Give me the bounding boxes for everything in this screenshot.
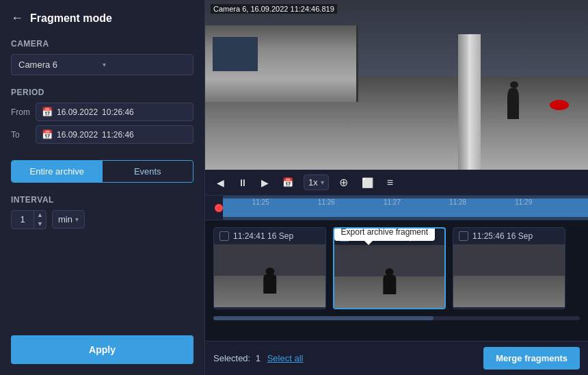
selection-info: Selected: 1 Select all (213, 353, 303, 363)
timeline-tick-3: 11:28 (449, 198, 466, 206)
timeline-segment (223, 198, 588, 217)
timeline-tick-2: 11:27 (384, 198, 401, 206)
from-label: From (11, 107, 30, 117)
speed-selector[interactable]: 1x ▾ (304, 174, 329, 190)
fragment-card-0[interactable]: 11:24:41 16 Sep (213, 227, 326, 309)
thumb-floor-2 (453, 276, 565, 307)
menu-button[interactable]: ≡ (384, 174, 397, 191)
camera-label: Camera (11, 39, 193, 49)
video-area: Camera 6, 16.09.2022 11:24:46.819 (205, 0, 588, 170)
person-silhouette (507, 88, 519, 119)
apply-button[interactable]: Apply (11, 335, 193, 364)
chevron-unit-icon: ▾ (75, 216, 79, 223)
header-row: ← Fragment mode (11, 11, 193, 25)
selected-label: Selected: (213, 353, 250, 363)
timeline-position-dot (215, 204, 223, 212)
timeline-bar[interactable]: 11:25 11:26 11:27 11:28 11:29 (205, 196, 588, 220)
fragments-scroll: 11:24:41 16 Sep Export archive fragment … (213, 227, 580, 313)
right-panel: Camera 6, 16.09.2022 11:24:46.819 ◀ ⏸ ▶ … (205, 0, 588, 375)
rewind-button[interactable]: ◀ (213, 175, 228, 190)
fragment-checkbox-0[interactable] (219, 231, 229, 241)
back-button[interactable]: ← (11, 11, 23, 25)
to-row: To 📅 16.09.2022 11:26:46 (11, 125, 193, 144)
subway-pillar (458, 34, 481, 170)
video-camera-label: Camera 6, 16.09.2022 11:24:46.819 (211, 4, 337, 14)
timeline-tick-4: 11:29 (515, 198, 532, 206)
fragment-time-0: 11:24:41 16 Sep (233, 231, 293, 241)
select-all-link[interactable]: Select all (267, 353, 304, 363)
camera-value: Camera 6 (18, 60, 103, 70)
pause-button[interactable]: ⏸ (235, 175, 251, 190)
fragment-checkbox-1[interactable]: ✓ (340, 232, 349, 242)
from-row: From 📅 16.09.2022 10:26:46 (11, 103, 193, 121)
spin-down-button[interactable]: ▼ (34, 220, 46, 229)
scrollbar-track[interactable] (213, 316, 580, 320)
fragments-area: 11:24:41 16 Sep Export archive fragment … (205, 220, 588, 341)
thumb-wall-2 (453, 244, 565, 279)
merge-fragments-button[interactable]: Merge fragments (483, 347, 580, 370)
left-panel: ← Fragment mode Camera Camera 6 ▾ Period… (0, 0, 205, 375)
chevron-down-icon: ▾ (103, 61, 187, 68)
fragment-header-0: 11:24:41 16 Sep (214, 228, 325, 244)
person-head (510, 81, 518, 88)
tab-events[interactable]: Events (103, 161, 193, 182)
to-date: 16.09.2022 (57, 130, 98, 140)
thumb-person-0 (263, 274, 277, 294)
chevron-speed-icon: ▾ (321, 179, 324, 186)
fragment-header-1: ✓ 11:24:46 16 Sep (334, 229, 444, 245)
snapshot-button[interactable]: ⬜ (358, 175, 377, 190)
spin-up-button[interactable]: ▲ (34, 211, 46, 220)
spin-arrows: ▲ ▼ (34, 211, 46, 229)
scrollbar-thumb[interactable] (213, 316, 433, 320)
from-date: 16.09.2022 (57, 107, 98, 117)
thumb-head-1 (385, 268, 394, 276)
fragment-header-2: 11:25:46 16 Sep (453, 228, 565, 244)
period-label: Period (11, 88, 193, 97)
zoom-in-button[interactable]: ⊕ (336, 174, 351, 191)
period-section: Period From 📅 16.09.2022 10:26:46 To 📅 1… (11, 88, 193, 148)
thumb-head-0 (265, 268, 274, 275)
calendar-from-icon: 📅 (42, 107, 53, 117)
fragment-thumb-2 (453, 244, 565, 307)
from-date-field[interactable]: 📅 16.09.2022 10:26:46 (36, 103, 193, 121)
interval-section: Interval 1 ▲ ▼ min ▾ (11, 195, 193, 229)
fragment-card-2[interactable]: 11:25:46 16 Sep (453, 227, 565, 309)
fragment-card-1[interactable]: Export archive fragment ✓ 11:24:46 16 Se… (333, 227, 446, 309)
fragment-time-2: 11:25:46 16 Sep (472, 231, 533, 241)
calendar-button[interactable]: 📅 (279, 175, 297, 190)
camera-dropdown[interactable]: Camera 6 ▾ (11, 54, 193, 75)
calendar-to-icon: 📅 (42, 129, 53, 140)
interval-spinner[interactable]: 1 ▲ ▼ (11, 210, 46, 229)
interval-row: 1 ▲ ▼ min ▾ (11, 210, 193, 229)
from-time: 10:26:46 (102, 107, 134, 117)
interval-unit-label: min (58, 214, 72, 224)
thumb-scene-1 (334, 245, 444, 308)
controls-bar: ◀ ⏸ ▶ 📅 1x ▾ ⊕ ⬜ ≡ (205, 170, 588, 196)
fragment-thumb-1 (334, 245, 444, 308)
timeline-track[interactable]: 11:25 11:26 11:27 11:28 11:29 (223, 196, 588, 220)
fragment-checkbox-2[interactable] (459, 231, 468, 241)
thumb-scene-0 (214, 244, 325, 307)
timeline-tick-0: 11:25 (252, 198, 269, 206)
to-date-field[interactable]: 📅 16.09.2022 11:26:46 (36, 125, 193, 144)
timeline-tick-1: 11:26 (318, 198, 335, 206)
thumb-person-1 (383, 275, 396, 294)
play-forward-button[interactable]: ▶ (258, 175, 272, 190)
tab-entire-archive[interactable]: Entire archive (12, 161, 103, 182)
video-placeholder (205, 0, 588, 170)
interval-value: 1 (12, 211, 34, 228)
tab-row: Entire archive Events (11, 160, 193, 183)
to-time: 11:26:46 (102, 130, 134, 140)
fragment-thumb-0 (214, 244, 325, 307)
camera-section: Camera Camera 6 ▾ (11, 39, 193, 75)
interval-unit-dropdown[interactable]: min ▾ (52, 210, 85, 229)
thumb-scene-2 (453, 244, 565, 307)
bottom-bar: Selected: 1 Select all Merge fragments (205, 341, 588, 375)
interval-label: Interval (11, 195, 193, 205)
fragment-time-1: 11:24:46 16 Sep (353, 232, 414, 242)
panel-title: Fragment mode (30, 12, 112, 25)
to-label: To (11, 130, 30, 140)
train-window (213, 37, 258, 71)
speed-label: 1x (308, 177, 318, 188)
selected-count: 1 (256, 353, 260, 363)
